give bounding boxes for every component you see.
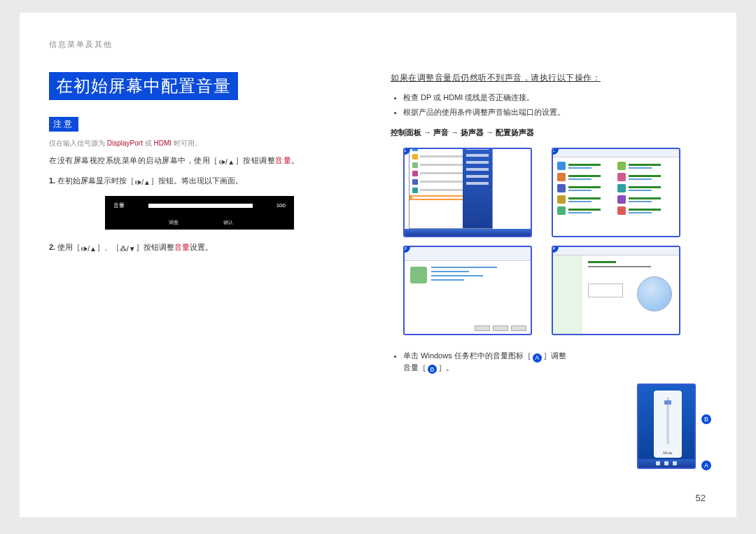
- volume-up-icon: 🕪/▲: [80, 245, 97, 253]
- callout-a-icon: A: [533, 353, 542, 363]
- callout-line: 单击 Windows 任务栏中的音量图标［A］调整 音量［B］。: [403, 351, 707, 374]
- speaker-tray-icon: [664, 461, 668, 465]
- volume-up-icon: 🕪/▲: [134, 178, 150, 186]
- left-column: 在初始屏幕中配置音量 注意 仅在输入信号源为 DisplayPort 或 HDM…: [49, 72, 350, 469]
- osd-label: 音量: [113, 202, 125, 209]
- osd-volume-panel: 音量 100 调整 确认: [105, 196, 294, 230]
- bullet-list: 检查 DP 或 HDMI 缆线是否正确连接。 根据产品的使用条件调整声音输出端口…: [391, 92, 707, 118]
- screenshot-4-speaker-config: 4: [552, 246, 680, 335]
- bullet-item: 检查 DP 或 HDMI 缆线是否正确连接。: [403, 92, 707, 103]
- callout-b-icon: B: [428, 365, 437, 374]
- document-page: 信息菜单及其他 在初始屏幕中配置音量 注意 仅在输入信号源为 DisplayPo…: [20, 13, 736, 517]
- osd-confirm-hint: 确认: [220, 219, 233, 226]
- osd-adjust-hint: 调整: [166, 219, 178, 226]
- volume-popup-figure: Mute B A: [637, 384, 697, 469]
- page-number: 52: [696, 493, 706, 503]
- intro-line: 在没有屏幕视控系统菜单的启动屏幕中，使用［🕪/▲］按钮调整音量。: [49, 155, 350, 166]
- volume-slider: Mute: [654, 391, 682, 458]
- content-columns: 在初始屏幕中配置音量 注意 仅在输入信号源为 DisplayPort 或 HDM…: [49, 72, 707, 469]
- callout-text: 单击 Windows 任务栏中的音量图标［A］调整 音量［B］。: [391, 351, 707, 374]
- bullet-item: 根据产品的使用条件调整声音输出端口的设置。: [403, 107, 707, 118]
- screenshot-1-start-menu: 1: [403, 148, 532, 237]
- section-heading: 如果在调整音量后仍然听不到声音，请执行以下操作：: [391, 72, 707, 84]
- osd-value: 100: [276, 202, 286, 209]
- note-badge: 注意: [49, 117, 78, 132]
- screenshot-3-sound-dialog: 3: [403, 246, 532, 335]
- availability-note: 仅在输入信号源为 DisplayPort 或 HDMI 时可用。: [49, 139, 350, 148]
- navigation-path: 控制面板 → 声音 → 扬声器 → 配置扬声器: [391, 127, 707, 138]
- step-1: 1. 在初始屏幕显示时按［🕪/▲］按钮。将出现以下画面。: [49, 176, 350, 186]
- page-title: 在初始屏幕中配置音量: [49, 72, 238, 100]
- screenshot-grid: 1 2: [403, 148, 707, 335]
- taskbar-tray: [638, 459, 694, 468]
- screenshot-2-control-panel: 2: [552, 148, 680, 237]
- callout-b-marker: B: [701, 414, 711, 424]
- mute-label: Mute: [654, 451, 682, 455]
- volume-up-icon: 🕪/▲: [218, 158, 235, 166]
- breadcrumb: 信息菜单及其他: [49, 39, 707, 50]
- right-column: 如果在调整音量后仍然听不到声音，请执行以下操作： 检查 DP 或 HDMI 缆线…: [391, 72, 707, 469]
- menu-down-icon: ⁂/▼: [120, 245, 136, 253]
- callout-a-marker: A: [701, 461, 711, 470]
- step-2: 2. 使用［🕪/▲］、［⁂/▼］按钮调整音量设置。: [49, 242, 350, 253]
- osd-volume-bar: [148, 204, 253, 208]
